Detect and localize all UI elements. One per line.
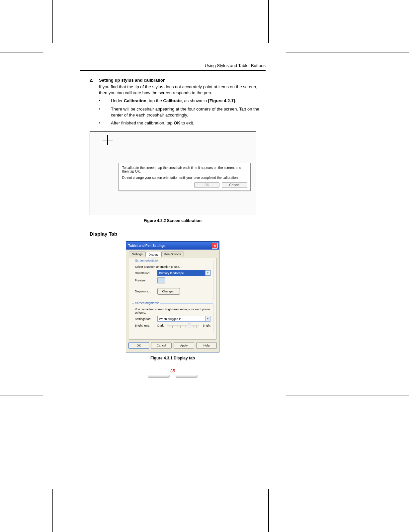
ornament-icon	[176, 375, 198, 378]
step-title: Setting up stylus and calibration	[99, 78, 166, 83]
chevron-down-icon: ▾	[205, 270, 210, 275]
text: to exit.	[180, 120, 194, 125]
ornament-icon	[148, 375, 170, 378]
bullet-icon: •	[99, 106, 111, 118]
close-icon[interactable]: ✕	[212, 243, 218, 249]
page-number: 35	[80, 368, 266, 373]
step-heading: 2. Setting up stylus and calibration	[90, 78, 266, 83]
crop-mark	[286, 396, 409, 396]
ok-button[interactable]: OK	[128, 342, 149, 349]
tab-panel: Screen orientation Select a screen orien…	[129, 258, 216, 340]
text: , as shown in	[182, 98, 208, 103]
help-button[interactable]: Help	[196, 342, 217, 349]
bullet-text: There will be crosshair appearing at the…	[111, 106, 266, 118]
orientation-combo[interactable]: Primary landscape ▾	[157, 270, 210, 276]
crop-mark	[0, 396, 43, 396]
bold: OK	[174, 120, 180, 125]
group-desc: You can adjust screen brightness setting…	[135, 308, 210, 314]
step-section: 2. Setting up stylus and calibration If …	[90, 78, 266, 126]
bullet-item: • After finished the calibration, tap OK…	[99, 120, 266, 126]
settings-for-combo[interactable]: When plugged in ▾	[157, 316, 210, 322]
crop-mark	[268, 0, 269, 43]
chevron-down-icon: ▾	[205, 316, 210, 321]
combo-value: When plugged in	[159, 317, 182, 321]
brightness-label: Brightness:	[135, 324, 155, 327]
step-number: 2.	[90, 78, 99, 83]
orientation-label: Orientation:	[135, 271, 155, 275]
tab-pen-options[interactable]: Pen Options	[161, 252, 184, 257]
bold: Calibration	[124, 98, 146, 103]
brightness-slider[interactable]	[167, 323, 199, 328]
text: After finished the calibration, tap	[111, 120, 174, 125]
bullet-item: • There will be crosshair appearing at t…	[99, 106, 266, 118]
crop-mark	[52, 489, 53, 532]
group-screen-orientation: Screen orientation Select a screen orien…	[132, 261, 213, 300]
preview-thumbnail	[157, 277, 165, 283]
ok-button[interactable]: OK	[194, 182, 219, 188]
settings-for-label: Settings for:	[135, 317, 155, 321]
dialog-title: Tablet and Pen Settings	[128, 244, 166, 248]
bold: [Figure 4.2.1]	[208, 98, 235, 103]
crosshair-icon	[103, 135, 113, 145]
combo-value: Primary landscape	[159, 271, 184, 275]
dialog-text: To calibrate the screen, tap the crossha…	[122, 166, 247, 173]
text: .	[235, 98, 236, 103]
slider-thumb[interactable]	[188, 324, 191, 328]
tabs: Settings Display Pen Options	[129, 252, 216, 257]
document-area: Using Stylus and Tablet Buttons 2. Setti…	[80, 63, 266, 378]
bullet-item: • Under Calibration, tap the Calibrate, …	[99, 98, 266, 104]
crop-mark	[0, 52, 43, 52]
text: Under	[111, 98, 124, 103]
bullet-text: Under Calibration, tap the Calibrate, as…	[111, 98, 236, 104]
cancel-button[interactable]: Cancel	[222, 182, 247, 188]
crop-mark	[52, 0, 53, 43]
bullets: • Under Calibration, tap the Calibrate, …	[99, 98, 266, 126]
group-screen-brightness: Screen brightness You can adjust screen …	[132, 303, 213, 333]
text: , tap the	[146, 98, 163, 103]
page: Using Stylus and Tablet Buttons 2. Setti…	[0, 0, 409, 532]
bold: Calibrate	[163, 98, 182, 103]
change-button[interactable]: Change...	[157, 288, 180, 295]
tab-display[interactable]: Display	[146, 252, 162, 257]
apply-button[interactable]: Apply	[174, 342, 194, 349]
page-ornament	[80, 375, 266, 378]
crop-mark	[268, 489, 269, 532]
dialog-text: Do not change your screen orientation un…	[122, 176, 247, 180]
figure-caption: Figure 4.3.1 Display tab	[80, 356, 266, 360]
calibration-dialog: To calibrate the screen, tap the crossha…	[119, 163, 251, 191]
figure-caption: Figure 4.2.2 Screen calibration	[80, 218, 266, 223]
bullet-text: After finished the calibration, tap OK t…	[111, 120, 194, 126]
section-header: Using Stylus and Tablet Buttons	[80, 63, 266, 71]
dialog-buttons: OK Cancel Apply Help	[129, 340, 216, 349]
bright-label: Bright	[203, 324, 210, 327]
crop-mark	[286, 52, 409, 52]
bullet-icon: •	[99, 98, 111, 104]
dark-label: Dark	[157, 324, 164, 327]
cancel-button[interactable]: Cancel	[151, 342, 172, 349]
tablet-pen-settings-dialog: Tablet and Pen Settings ✕ Settings Displ…	[126, 241, 219, 352]
preview-label: Preview:	[135, 279, 155, 282]
display-tab-heading: Display Tab	[90, 231, 266, 237]
group-desc: Select a screen orientation to use.	[135, 265, 210, 268]
step-intro: If you find that the tip of the stylus d…	[99, 84, 266, 96]
group-title: Screen orientation	[134, 259, 160, 262]
sequence-label: Sequence...	[135, 290, 155, 293]
group-title: Screen brightness	[134, 301, 160, 305]
bullet-icon: •	[99, 120, 111, 126]
tab-settings[interactable]: Settings	[129, 252, 146, 257]
figure-calibration-screen: To calibrate the screen, tap the crossha…	[90, 131, 256, 215]
dialog-titlebar: Tablet and Pen Settings ✕	[126, 242, 219, 250]
